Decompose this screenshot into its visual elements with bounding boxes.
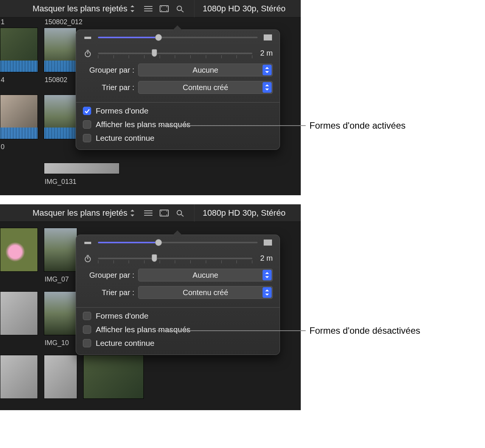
media-format-info: 1080p HD 30p, Stéréo <box>201 208 286 218</box>
clip-height-slider[interactable] <box>98 34 258 41</box>
sort-by-row: Trier par : Contenu créé <box>76 79 280 99</box>
group-by-select[interactable]: Aucune <box>138 64 273 76</box>
waveform-icon <box>0 61 37 72</box>
updown-arrows-icon <box>130 5 135 12</box>
clip-label: IMG_0131 <box>44 174 120 186</box>
filter-popup-label: Masquer les plans rejetés <box>33 208 127 218</box>
callout-line <box>157 330 306 331</box>
continuous-play-checkbox-label: Lecture continue <box>96 134 154 143</box>
filter-popup[interactable]: Masquer les plans rejetés <box>6 4 135 14</box>
clip-label: 1 <box>0 17 38 28</box>
clip-duration-slider[interactable] <box>98 50 252 57</box>
sort-by-select[interactable]: Contenu créé <box>138 81 273 94</box>
checkbox-unchecked-icon[interactable] <box>83 325 91 334</box>
group-by-value: Aucune <box>193 271 218 280</box>
callout-waveforms-off: Formes d'onde désactivées <box>157 325 420 336</box>
clip-thumbnail[interactable] <box>0 28 38 72</box>
continuous-play-checkbox-row[interactable]: Lecture continue <box>76 131 280 149</box>
waveforms-checkbox-row[interactable]: Formes d'onde <box>76 104 280 118</box>
slider-thumb-icon[interactable] <box>152 254 157 262</box>
waveform-icon <box>0 128 37 139</box>
group-by-select[interactable]: Aucune <box>138 269 273 282</box>
list-view-icon[interactable] <box>143 209 153 217</box>
clip-thumbnail[interactable] <box>44 355 77 399</box>
slider-thumb-icon[interactable] <box>155 34 162 41</box>
svg-rect-19 <box>161 211 162 212</box>
duration-value: 2 m <box>258 254 273 263</box>
clip-height-slider[interactable] <box>98 239 258 246</box>
toolbar-icons <box>143 5 185 13</box>
sort-by-select[interactable]: Contenu créé <box>138 286 273 299</box>
sort-by-label: Trier par : <box>83 83 134 92</box>
clip-thumbnail[interactable] <box>44 28 76 72</box>
slider-thumb-icon[interactable] <box>155 239 162 246</box>
continuous-play-checkbox-label: Lecture continue <box>96 339 154 348</box>
svg-line-24 <box>181 215 183 216</box>
clip-thumbnail[interactable] <box>0 291 38 335</box>
group-by-value: Aucune <box>193 66 218 75</box>
select-arrows-icon <box>263 270 272 280</box>
select-arrows-icon <box>263 287 272 298</box>
group-by-label: Grouper par : <box>83 271 134 280</box>
clip-thumbnail[interactable] <box>44 163 120 174</box>
clip-height-slider-row <box>76 235 280 250</box>
waveforms-checkbox-row[interactable]: Formes d'onde <box>76 309 280 323</box>
svg-line-9 <box>181 10 183 12</box>
toolbar-icons <box>143 209 185 217</box>
updown-arrows-icon <box>130 209 135 217</box>
clip-thumbnail[interactable] <box>44 291 77 335</box>
clip-thumbnail[interactable] <box>83 355 144 399</box>
svg-rect-20 <box>161 215 162 215</box>
callout-waveforms-on: Formes d'onde activées <box>159 120 406 131</box>
search-icon[interactable] <box>175 209 185 217</box>
checkbox-unchecked-icon[interactable] <box>83 134 91 142</box>
svg-rect-4 <box>161 6 162 7</box>
clip-large-icon <box>263 239 273 246</box>
checkbox-unchecked-icon[interactable] <box>83 312 91 320</box>
group-by-row: Grouper par : Aucune <box>76 61 280 79</box>
filmstrip-icon[interactable] <box>159 209 169 217</box>
waveform-icon <box>44 128 76 139</box>
callout-text: Formes d'onde désactivées <box>309 325 420 336</box>
svg-rect-25 <box>84 242 91 244</box>
clip-thumbnail[interactable] <box>44 228 77 272</box>
filmstrip-icon[interactable] <box>159 5 169 13</box>
clip-thumbnail[interactable] <box>44 95 76 139</box>
filter-popup-label: Masquer les plans rejetés <box>33 4 127 14</box>
select-arrows-icon <box>263 82 272 93</box>
clip-label: 0 <box>0 139 38 151</box>
checkbox-checked-icon[interactable] <box>83 107 91 115</box>
search-icon[interactable] <box>175 5 185 13</box>
media-format-info: 1080p HD 30p, Stéréo <box>201 4 286 14</box>
toolbar: Masquer les plans rejetés 1080p HD 30p, … <box>0 0 301 17</box>
svg-rect-7 <box>166 10 167 11</box>
group-by-label: Grouper par : <box>83 66 134 75</box>
clip-duration-slider-row: 2 m <box>76 250 280 266</box>
select-arrows-icon <box>263 65 272 75</box>
toolbar-divider <box>194 0 194 17</box>
stopwatch-icon <box>83 50 93 57</box>
stopwatch-icon <box>83 255 93 262</box>
clip-thumbnail[interactable] <box>0 95 38 139</box>
clip-label: IMG_07 <box>44 272 77 283</box>
svg-rect-22 <box>166 215 167 215</box>
waveform-icon <box>44 61 76 72</box>
filter-popup[interactable]: Masquer les plans rejetés <box>6 208 135 218</box>
checkbox-unchecked-icon[interactable] <box>83 120 91 129</box>
continuous-play-checkbox-row[interactable]: Lecture continue <box>76 336 280 355</box>
group-by-row: Grouper par : Aucune <box>76 266 280 284</box>
duration-value: 2 m <box>258 49 273 58</box>
clip-small-icon <box>83 239 93 246</box>
list-view-icon[interactable] <box>143 5 153 13</box>
clip-thumbnail[interactable] <box>0 228 38 272</box>
clip-label: 150802_012 <box>44 17 120 28</box>
slider-thumb-icon[interactable] <box>152 49 157 57</box>
toolbar-divider <box>194 204 194 222</box>
sort-by-value: Contenu créé <box>183 288 228 297</box>
clip-duration-slider[interactable] <box>98 255 252 262</box>
clip-thumbnail[interactable] <box>0 355 38 399</box>
sort-by-value: Contenu créé <box>183 83 228 92</box>
checkbox-unchecked-icon[interactable] <box>83 339 91 347</box>
clip-small-icon <box>83 34 93 41</box>
svg-point-23 <box>177 210 182 215</box>
